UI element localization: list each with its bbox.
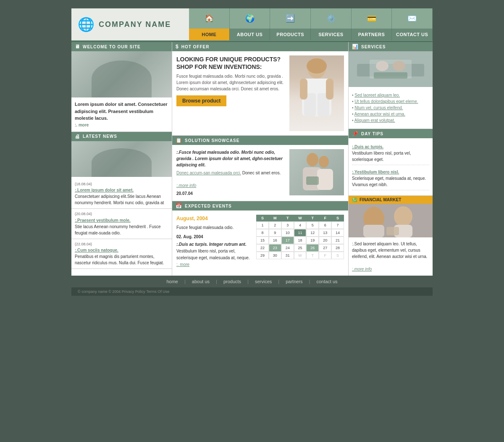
nav-link-contact-us[interactable]: CONTACT US (392, 29, 433, 40)
nav-icon: 🌍 (230, 8, 270, 29)
events-box: August, 2004 Fusce feugiat malesuada odi… (172, 210, 348, 272)
footer-link-about-us[interactable]: about us (192, 279, 210, 284)
services-section-header: 📊 SERVICES (349, 42, 433, 51)
welcome-body: Lorem ipsum dolor sit amet. Consectetuer… (75, 102, 168, 121)
cal-day-header: S (331, 215, 344, 221)
news-items: (18.08.04) :.Lorem ipsum dolor sit amet.… (71, 179, 172, 269)
nav-area: 🏠🌍➡️⚙️💳✉️ HOMEABOUT USPRODUCTSSERVICESPA… (189, 8, 433, 40)
nav-link-about-us[interactable]: ABOUT US (230, 29, 270, 40)
tip-body: Scelerisque eget, malesuada at, neque. V… (352, 176, 426, 187)
financial-body: :.Sed laoreet aliquam leo. Ut tellus, da… (352, 241, 429, 260)
tips-icon: 📌 (352, 131, 359, 137)
tip-title-link[interactable]: :.Duis ac turpis. (352, 145, 383, 149)
cal-day-header: M (269, 215, 281, 221)
cal-day-header: F (319, 215, 331, 221)
solution-header: 📋 SOLUTION SHOWCASE (172, 136, 348, 145)
footer-link-products[interactable]: products (223, 279, 241, 284)
day-tip: :.Yestibulum libero nisl.Scelerisque ege… (352, 167, 429, 190)
events-body: Vestibulum libero nisl, porta vel, scele… (176, 248, 252, 261)
cal-cell: 19 (306, 237, 319, 244)
solution-donec-link[interactable]: Donec accum-san malesuada orci. (176, 171, 241, 175)
news-link[interactable]: :.Praesent vestibulum mole. (75, 218, 131, 223)
news-image (71, 141, 172, 177)
cal-cell: 31 (281, 252, 294, 259)
cal-cell: 20 (319, 237, 331, 244)
cal-cell: 15 (256, 237, 269, 244)
solution-body: :.Fusce feugiat malesuada odio. Morbi nu… (176, 149, 285, 168)
financial-text: :.Sed laoreet aliquam leo. Ut tellus, da… (349, 237, 433, 276)
svg-rect-18 (374, 72, 407, 79)
services-image (349, 51, 433, 87)
welcome-text: Lorem ipsum dolor sit amet. Consectetuer… (71, 97, 172, 132)
cal-cell: 22 (256, 244, 269, 252)
events-icon: 📅 (176, 203, 182, 209)
cal-cell: 28 (331, 244, 344, 252)
solution-link-text: Donec accum-san malesuada orci. Donec si… (176, 170, 285, 176)
service-link[interactable]: Aenean auctor wisi et urna. (354, 112, 405, 116)
financial-more-info-link[interactable]: :.more info (352, 267, 372, 271)
cal-cell: 30 (269, 252, 281, 259)
service-link[interactable]: Ut tellus dolordapibus eget eleme. (354, 99, 418, 104)
svg-rect-6 (326, 79, 333, 100)
events-more-link[interactable]: :. more (176, 262, 189, 267)
main-content: 🖥 WELCOME TO OUR SITE Lorem ipsum dolor … (71, 41, 433, 276)
footer-link-services[interactable]: services (255, 279, 272, 284)
solution-text: :.Fusce feugiat malesuada odio. Morbi nu… (176, 149, 285, 197)
cal-day-header: W (294, 215, 307, 221)
service-link[interactable]: Ntum vel, cursus eleifend. (354, 105, 403, 110)
financial-market-section: 💹 FINANCIAL MARKET :.Sed laoreet aliquam… (349, 196, 433, 276)
day-tip: :.Duis ac turpis.Vestibulum libero nisl,… (352, 142, 429, 165)
cal-cell: 1 (256, 221, 269, 229)
news-item: (18.08.04) :.Lorem ipsum dolor sit amet.… (71, 179, 172, 209)
nav-link-home[interactable]: HOME (189, 29, 230, 40)
welcome-more-link[interactable]: :. more (75, 123, 89, 127)
hot-offer-title: HOT OFFER (181, 45, 210, 49)
footer-link-home[interactable]: home (166, 279, 178, 284)
news-link[interactable]: :.Cum sociis natoque. (75, 248, 118, 253)
solution-more-info-link[interactable]: :.more info (176, 183, 196, 188)
news-link[interactable]: :.Lorem ipsum dolor sit amet. (75, 188, 134, 192)
footer-separator: | (247, 279, 249, 284)
nav-icon: ➡️ (270, 8, 311, 29)
logo-icon: 🌐 (78, 16, 94, 32)
footer: home|about us|products|services|partners… (71, 276, 433, 287)
footer-link-contact-us[interactable]: contact us (316, 279, 337, 284)
news-item: (22.08.04) :.Cum sociis natoque. Penatib… (71, 239, 172, 269)
events-text: August, 2004 Fusce feugiat malesuada odi… (176, 215, 252, 268)
cal-cell: 3 (281, 221, 294, 229)
header: 🌐 COMPANY NAME 🏠🌍➡️⚙️💳✉️ HOMEABOUT USPRO… (71, 8, 433, 41)
tip-title-link[interactable]: :.Yestibulum libero nisl. (352, 170, 399, 174)
solution-title: SOLUTION SHOWCASE (185, 138, 239, 143)
service-link[interactable]: Aliquam erat volutpat. (354, 118, 395, 123)
cal-day-header: T (281, 215, 294, 221)
cal-cell: 7 (331, 221, 344, 229)
news-body: Consectetuer adipiscing elit.Stie lacus … (75, 193, 168, 206)
financial-icon: 💹 (352, 197, 357, 202)
copyright-text: © company name © 2004 Privacy Policy Ter… (78, 289, 169, 294)
services-list: Sed laoreet aliquam leo.Ut tellus dolord… (349, 87, 433, 129)
news-date: (18.08.04) (75, 182, 168, 187)
svg-point-17 (393, 61, 405, 71)
cal-cell: 10 (281, 229, 294, 237)
events-title: EXPECTED EVENTS (185, 204, 232, 208)
svg-point-10 (319, 156, 329, 168)
browse-product-button[interactable]: Browse product (176, 95, 226, 106)
center-column: $ HOT OFFER LOOKING FOR UNIQUE PRODUCTS?… (172, 42, 349, 276)
welcome-icon: 🖥 (75, 44, 80, 50)
cal-cell: 18 (294, 237, 307, 244)
svg-rect-21 (363, 225, 384, 237)
day-tips-header: 📌 DAY TIPS (349, 129, 433, 138)
svg-rect-24 (386, 227, 399, 235)
service-link-item: Ntum vel, cursus eleifend. (352, 105, 429, 111)
service-link-item: Sed laoreet aliquam leo. (352, 92, 429, 98)
events-date: 02. Aug. 2004 (176, 234, 252, 240)
footer-link-partners[interactable]: partners (286, 279, 302, 284)
cal-cell: 29 (256, 252, 269, 259)
nav-link-partners[interactable]: PARTNERS (352, 29, 392, 40)
news-icon: 🖨 (75, 134, 80, 139)
service-link[interactable]: Sed laoreet aliquam leo. (354, 93, 400, 97)
cal-cell: 26 (306, 244, 319, 252)
nav-link-products[interactable]: PRODUCTS (270, 29, 311, 40)
news-header: 🖨 LATEST NEWS (71, 132, 172, 141)
nav-link-services[interactable]: SERVICES (311, 29, 352, 40)
